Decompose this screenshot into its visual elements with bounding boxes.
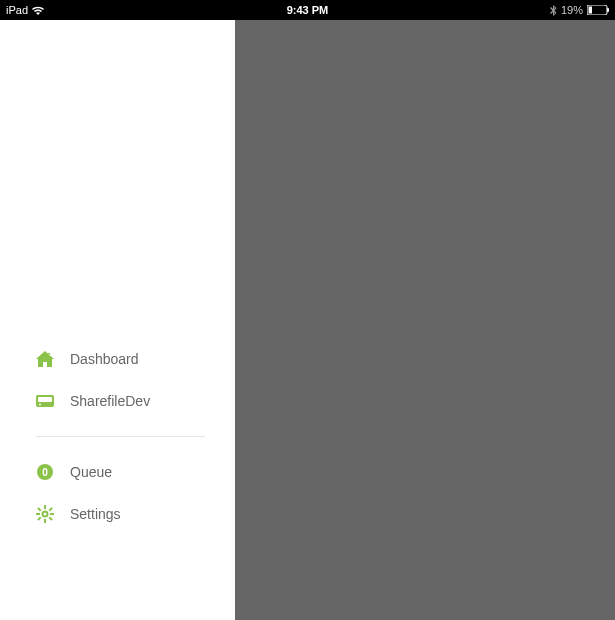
sidebar-item-label: Queue — [70, 464, 112, 480]
svg-rect-12 — [37, 507, 41, 511]
battery-percent: 19% — [561, 4, 583, 16]
svg-rect-11 — [50, 513, 54, 515]
bluetooth-icon — [550, 5, 557, 16]
svg-rect-1 — [589, 7, 593, 14]
svg-rect-13 — [49, 517, 53, 521]
wifi-icon — [32, 6, 44, 15]
svg-rect-9 — [44, 519, 46, 523]
drive-icon — [36, 392, 54, 410]
status-time: 9:43 PM — [287, 4, 329, 16]
svg-point-5 — [39, 404, 41, 406]
sidebar-item-queue[interactable]: 0 Queue — [0, 451, 235, 493]
status-right: 19% — [550, 4, 609, 16]
svg-rect-14 — [37, 517, 41, 521]
status-bar: iPad 9:43 PM 19% — [0, 0, 615, 20]
svg-text:0: 0 — [42, 467, 48, 478]
sidebar: Dashboard SharefileDev 0 Queue Settings — [0, 20, 235, 620]
sidebar-item-sharefiledev[interactable]: SharefileDev — [0, 380, 235, 422]
svg-rect-2 — [607, 8, 609, 12]
sidebar-item-settings[interactable]: Settings — [0, 493, 235, 535]
battery-icon — [587, 5, 609, 15]
svg-rect-4 — [38, 397, 52, 402]
device-label: iPad — [6, 4, 28, 16]
svg-rect-8 — [44, 505, 46, 509]
svg-rect-15 — [49, 507, 53, 511]
gear-icon — [36, 505, 54, 523]
sidebar-divider — [36, 436, 205, 437]
sidebar-item-label: Settings — [70, 506, 121, 522]
sidebar-item-label: Dashboard — [70, 351, 139, 367]
sidebar-item-dashboard[interactable]: Dashboard — [0, 338, 235, 380]
content-overlay[interactable] — [235, 20, 615, 620]
home-icon — [36, 350, 54, 368]
sidebar-item-label: SharefileDev — [70, 393, 150, 409]
queue-badge-icon: 0 — [36, 463, 54, 481]
svg-rect-10 — [36, 513, 40, 515]
main-container: Dashboard SharefileDev 0 Queue Settings — [0, 20, 615, 620]
status-left: iPad — [6, 4, 44, 16]
